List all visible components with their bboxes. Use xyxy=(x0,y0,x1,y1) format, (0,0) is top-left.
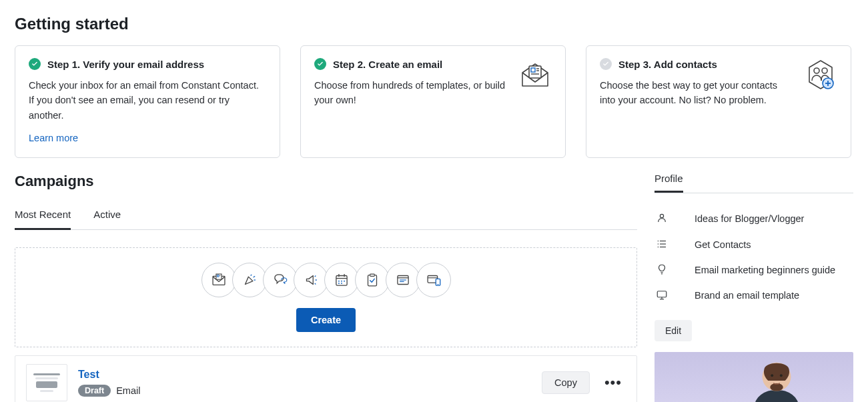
campaign-type-icons xyxy=(201,263,451,297)
svg-point-49 xyxy=(780,374,783,377)
step-title: Step 2. Create an email xyxy=(333,59,442,70)
campaigns-heading: Campaigns xyxy=(15,173,637,190)
svg-point-5 xyxy=(814,68,819,73)
tab-profile[interactable]: Profile xyxy=(655,173,683,193)
svg-point-38 xyxy=(658,243,659,245)
svg-point-22 xyxy=(341,283,342,284)
profile-item-ideas[interactable]: Ideas for Blogger/Vlogger xyxy=(655,212,853,225)
svg-point-18 xyxy=(338,281,339,282)
steps-row: Step 1. Verify your email address Check … xyxy=(15,45,853,158)
step-description: Choose the best way to get your contacts… xyxy=(600,78,795,108)
profile-item-label: Ideas for Blogger/Vlogger xyxy=(695,212,804,225)
svg-rect-24 xyxy=(370,274,374,276)
check-circle-icon xyxy=(314,58,326,70)
step-card-verify-email: Step 1. Verify your email address Check … xyxy=(15,45,280,158)
status-badge: Draft xyxy=(78,385,111,397)
create-button[interactable]: Create xyxy=(296,308,356,332)
create-campaign-box: Create xyxy=(15,247,637,347)
learn-more-link[interactable]: Learn more xyxy=(29,133,78,143)
tab-most-recent[interactable]: Most Recent xyxy=(15,209,71,230)
email-icon xyxy=(201,263,236,297)
check-circle-icon xyxy=(29,58,41,70)
monitor-icon xyxy=(655,289,669,301)
svg-point-6 xyxy=(822,68,827,73)
svg-point-33 xyxy=(660,215,663,218)
person-icon xyxy=(655,212,669,224)
list-icon xyxy=(655,238,669,250)
more-options-button[interactable]: ••• xyxy=(600,371,626,394)
svg-point-20 xyxy=(344,281,345,282)
calendar-icon xyxy=(324,263,359,297)
profile-tabs: Profile xyxy=(655,173,853,193)
svg-point-45 xyxy=(755,389,799,402)
step-card-add-contacts: Step 3. Add contacts Choose the best way… xyxy=(586,45,851,158)
profile-item-brand[interactable]: Brand an email template xyxy=(655,289,853,302)
devices-icon xyxy=(416,263,451,297)
step-description: Choose from hundreds of templates, or bu… xyxy=(314,78,509,108)
profile-item-guide[interactable]: Email marketing beginners guide xyxy=(655,263,853,277)
profile-item-label: Get Contacts xyxy=(695,238,751,251)
campaigns-tabs: Most Recent Active xyxy=(15,209,637,230)
step-title: Step 3. Add contacts xyxy=(618,59,717,70)
webpage-icon xyxy=(386,263,420,297)
video-thumbnail[interactable] xyxy=(655,352,853,402)
profile-item-label: Email marketing beginners guide xyxy=(695,263,835,277)
clipboard-check-icon xyxy=(355,263,390,297)
step-title: Step 1. Verify your email address xyxy=(47,59,204,70)
svg-rect-42 xyxy=(657,291,667,297)
edit-button[interactable]: Edit xyxy=(655,320,692,341)
chat-icon xyxy=(263,263,298,297)
contacts-add-icon xyxy=(804,58,837,144)
confetti-icon xyxy=(232,263,267,297)
profile-item-contacts[interactable]: Get Contacts xyxy=(655,238,853,251)
lightbulb-icon xyxy=(655,263,669,275)
svg-point-19 xyxy=(341,281,342,282)
step-card-create-email: Step 2. Create an email Choose from hund… xyxy=(300,45,566,158)
campaign-type: Email xyxy=(116,385,140,396)
tab-active[interactable]: Active xyxy=(93,209,121,230)
step-description: Check your inbox for an email from Const… xyxy=(29,78,266,123)
envelope-doc-icon xyxy=(518,58,552,144)
svg-point-37 xyxy=(658,240,659,241)
megaphone-icon xyxy=(294,263,328,297)
check-circle-icon xyxy=(600,58,612,70)
svg-point-48 xyxy=(771,374,773,377)
svg-point-39 xyxy=(658,246,659,247)
copy-button[interactable]: Copy xyxy=(542,371,590,394)
profile-item-label: Brand an email template xyxy=(695,289,799,302)
campaign-thumbnail xyxy=(26,364,67,401)
svg-rect-23 xyxy=(368,275,376,286)
svg-point-21 xyxy=(338,283,339,284)
campaign-name-link[interactable]: Test xyxy=(78,369,531,381)
page-title: Getting started xyxy=(15,15,853,33)
campaign-row: Test Draft Email Copy ••• xyxy=(15,355,637,402)
profile-suggestions: Ideas for Blogger/Vlogger Get Contacts E… xyxy=(655,212,853,302)
